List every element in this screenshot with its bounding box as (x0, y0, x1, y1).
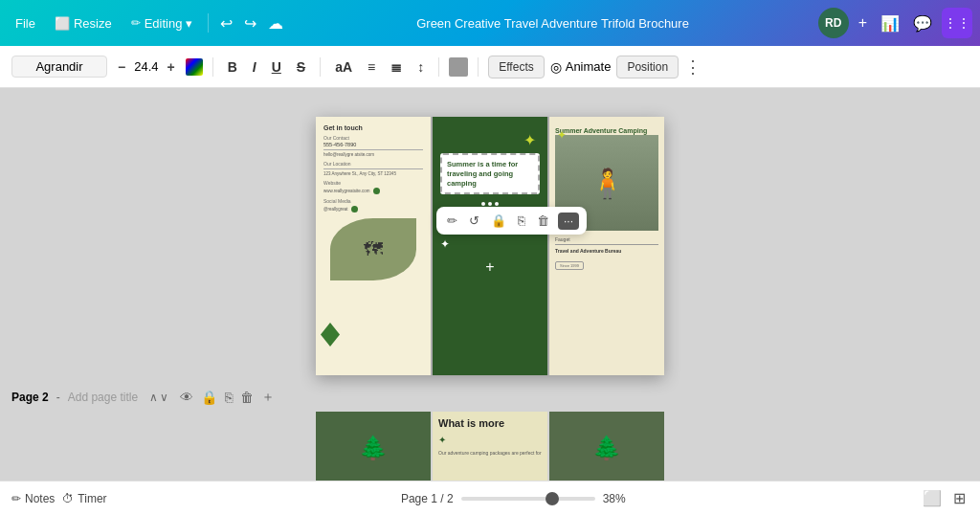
contact-line (323, 149, 423, 150)
timer-button[interactable]: ⏱ Timer (62, 492, 106, 505)
edit-icon-button[interactable]: ✏ (444, 211, 460, 231)
animate-icon: ◎ (550, 59, 562, 75)
zoom-slider[interactable] (461, 497, 595, 501)
location-line (323, 168, 423, 169)
bureau-text: Travel and Adventure Bureau (555, 248, 658, 254)
page-number-label: Page 2 (11, 391, 49, 404)
page-controls: Page 1 / 2 38% (115, 492, 912, 505)
resize-button[interactable]: ⬜ Resize (47, 12, 120, 34)
effects-button[interactable]: Effects (488, 56, 544, 78)
thumbnail-3[interactable]: 🌲 (549, 412, 664, 483)
thumbnail-1[interactable]: 🌲 (316, 412, 431, 483)
single-page-view-button[interactable]: ⬜ (920, 486, 945, 510)
bold-button[interactable]: B (223, 56, 242, 78)
cloud-save-button[interactable]: ☁ (264, 11, 287, 36)
spacing-button[interactable]: ↕ (412, 56, 429, 78)
thumb2-body: Our adventure camping packages are perfe… (438, 450, 542, 456)
chevron-down-icon: ▾ (186, 16, 192, 31)
get-in-touch-heading: Get in touch (323, 124, 423, 131)
font-name-selector[interactable]: Agrandir (11, 56, 107, 78)
apps-button[interactable]: ⋮⋮ (942, 8, 972, 38)
analytics-button[interactable]: 📊 (877, 11, 903, 36)
case-button[interactable]: aA (330, 56, 357, 78)
pen-icon: ✏ (131, 16, 141, 30)
dot-1 (481, 202, 485, 206)
document-title: Green Creative Travel Adventure Trifold … (291, 16, 813, 31)
page-label-row: Page 2 - Add page title ∧ ∨ 👁 🔒 ⎘ 🗑 ＋ (0, 383, 980, 412)
add-page-icon[interactable]: ＋ (261, 389, 275, 406)
thumb2-heading: What is more (438, 417, 542, 430)
page-indicator: Page 1 / 2 (401, 492, 454, 505)
delete-icon-button[interactable]: 🗑 (534, 211, 552, 231)
top-nav-bar: File ⬜ Resize ✏ Editing ▾ ↩ ↪ ☁ Green Cr… (0, 0, 980, 46)
font-size-control: − 24.4 + (113, 56, 180, 78)
undo-button[interactable]: ↩ (216, 11, 236, 36)
position-button[interactable]: Position (616, 56, 679, 78)
underline-button[interactable]: U (267, 56, 286, 78)
hero-text: Summer is a time for traveling and going… (447, 160, 533, 188)
nav-right-area: RD + 📊 💬 ⋮⋮ (818, 8, 972, 38)
resize-icon: ⬜ (55, 16, 70, 31)
decrease-font-size-button[interactable]: − (113, 56, 130, 78)
thumbnail-2[interactable]: What is more ✦ Our adventure camping pac… (433, 412, 547, 483)
lock-page-icon[interactable]: 🔒 (201, 390, 217, 405)
text-color-picker[interactable] (186, 58, 203, 76)
italic-button[interactable]: I (248, 56, 261, 78)
texture-icon (449, 57, 468, 77)
thumbnail-strip: 🌲 What is more ✦ Our adventure camping p… (304, 412, 676, 483)
chevron-controls: ∧ ∨ (149, 391, 168, 404)
notes-button[interactable]: ✏ Notes (11, 492, 55, 505)
social-label: Social Media (323, 198, 423, 204)
center-panel-content: ✦ Summer is a time for traveling and goi… (433, 117, 547, 283)
list-button[interactable]: ≣ (386, 56, 407, 78)
lock-icon-button[interactable]: 🔒 (488, 211, 509, 231)
copy-page-icon[interactable]: ⎘ (225, 390, 233, 405)
fauget-label: Fauget (555, 236, 658, 245)
add-element-button[interactable]: ✦ (440, 237, 540, 251)
toolbar-separator-2 (320, 57, 321, 77)
hero-text-box[interactable]: Summer is a time for traveling and going… (440, 153, 540, 194)
right-panel: ✦ Summer Adventure Camping 🧍 Fauget Trav… (549, 117, 664, 375)
animate-button[interactable]: ◎ Animate (550, 59, 612, 75)
zoom-thumb (546, 492, 559, 505)
delete-page-icon[interactable]: 🗑 (240, 390, 254, 405)
canvas-area: Get in touch Our Contact 555-456-7890 he… (0, 88, 980, 485)
more-options-float-button[interactable]: ··· (558, 213, 579, 230)
align-button[interactable]: ≡ (363, 56, 380, 78)
website-label: Website (323, 180, 423, 186)
thumb2-star-icon: ✦ (438, 435, 446, 445)
page-separator: - (56, 391, 60, 404)
timer-icon: ⏱ (62, 492, 74, 505)
grid-view-button[interactable]: ⊞ (950, 486, 969, 510)
comments-button[interactable]: 💬 (909, 11, 936, 36)
chevron-up-icon[interactable]: ∧ (149, 391, 158, 404)
toolbar-separator-1 (212, 57, 213, 77)
website-text: www.reallygreatsite.com (323, 189, 370, 193)
chevron-down-icon[interactable]: ∨ (160, 391, 168, 404)
font-size-value: 24.4 (134, 59, 158, 74)
add-content-button[interactable]: + (440, 258, 540, 276)
dot-2 (488, 202, 492, 206)
increase-font-size-button[interactable]: + (163, 56, 180, 78)
file-menu[interactable]: File (8, 12, 43, 34)
editing-button[interactable]: ✏ Editing ▾ (123, 12, 201, 34)
duplicate-icon-button[interactable]: ⎘ (515, 211, 528, 231)
add-collaborator-button[interactable]: + (855, 11, 871, 35)
map-photo: 🗺 (330, 218, 416, 280)
redo-button[interactable]: ↪ (240, 11, 260, 36)
refresh-icon-button[interactable]: ↺ (466, 211, 482, 231)
notes-icon: ✏ (11, 492, 21, 505)
contact-phone: 555-456-7890 (323, 142, 423, 147)
context-toolbar: ✏ ↺ 🔒 ⎘ 🗑 ··· (436, 207, 587, 235)
location-value: 123 Anywhere St., Any City, ST 12345 (323, 171, 423, 176)
strikethrough-button[interactable]: S (292, 56, 310, 78)
dot-icon-1 (373, 188, 380, 194)
bottom-bar: ✏ Notes ⏱ Timer Page 1 / 2 38% ⬜ ⊞ (0, 481, 980, 515)
website-row: www.reallygreatsite.com (323, 188, 423, 194)
avatar[interactable]: RD (818, 8, 849, 38)
more-options-button[interactable]: ⋮ (684, 56, 702, 78)
view-controls: ⬜ ⊞ (920, 486, 969, 510)
add-page-title-label[interactable]: Add page title (68, 391, 138, 404)
zoom-slider-wrap (461, 497, 595, 501)
eye-icon[interactable]: 👁 (180, 390, 193, 405)
